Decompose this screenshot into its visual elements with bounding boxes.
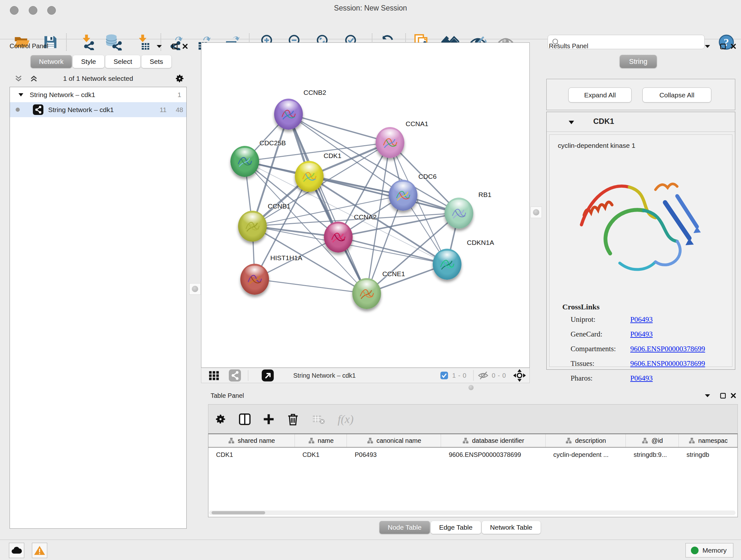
crosslink-link[interactable]: P06493 — [630, 315, 653, 324]
network-node-CCNE1[interactable] — [352, 278, 381, 309]
results-panel-float-icon[interactable] — [718, 41, 728, 52]
add-column-icon[interactable] — [262, 412, 276, 426]
protein-thumbnail-icon — [243, 216, 262, 236]
network-collection-row[interactable]: String Network – cdk1 1 — [10, 87, 186, 102]
column-header-canonical-name[interactable]: canonical name — [347, 434, 441, 447]
gene-expander-icon[interactable] — [568, 120, 575, 125]
network-edge[interactable] — [338, 237, 447, 264]
results-panel-menu-icon[interactable] — [702, 41, 713, 52]
warning-icon — [34, 545, 45, 556]
tab-edge-table[interactable]: Edge Table — [431, 521, 481, 534]
tab-select[interactable]: Select — [105, 55, 140, 68]
show-grid-icon[interactable] — [208, 368, 220, 383]
protein-thumbnail-icon — [279, 105, 298, 124]
delete-table-icon[interactable] — [312, 412, 326, 426]
import-table-icon[interactable] — [134, 33, 151, 51]
crosslink-label: GeneCard: — [570, 330, 603, 338]
network-node-CDKN1A[interactable] — [433, 249, 461, 280]
network-edge-count: 48 — [176, 102, 183, 117]
scrollbar-handle[interactable] — [212, 511, 265, 514]
table-toolbar: f(x) — [208, 404, 738, 434]
table-cell[interactable]: 9606.ENSP00000378699 — [441, 448, 546, 461]
network-row[interactable]: String Network – cdk1 11 48 — [10, 102, 186, 117]
network-node-HIST1H1A[interactable] — [240, 264, 269, 295]
crosslink-link[interactable]: P06493 — [630, 330, 653, 338]
crosslink-label: Pharos: — [570, 374, 593, 382]
selected-checkbox-icon[interactable] — [440, 368, 448, 383]
network-node-RB1[interactable] — [445, 198, 473, 229]
table-panel-float-icon[interactable] — [718, 390, 728, 401]
table-panel-close-icon[interactable] — [728, 390, 739, 401]
horizontal-splitter-handle[interactable] — [468, 385, 474, 390]
left-splitter-handle[interactable] — [189, 283, 201, 295]
column-header-shared-name[interactable]: shared name — [208, 434, 295, 447]
table-cell[interactable]: P06493 — [347, 448, 441, 461]
network-edge[interactable] — [288, 114, 390, 142]
memory-button[interactable]: Memory — [685, 543, 733, 557]
function-builder-icon[interactable]: f(x) — [334, 412, 357, 426]
network-share-icon[interactable] — [229, 368, 241, 383]
table-cell[interactable]: CDK1 — [208, 448, 295, 461]
network-node-CCNB2[interactable] — [274, 99, 303, 130]
right-splitter-handle[interactable] — [530, 206, 542, 218]
tab-node-table[interactable]: Node Table — [380, 521, 430, 534]
column-header-name[interactable]: name — [295, 434, 347, 447]
network-node-CDC6[interactable] — [389, 180, 417, 211]
network-edge[interactable] — [367, 195, 403, 294]
table-horizontal-scrollbar — [209, 510, 736, 515]
tab-sets[interactable]: Sets — [141, 55, 172, 68]
table-panel-menu-icon[interactable] — [702, 390, 713, 401]
network-node-CCNA1[interactable] — [376, 127, 404, 158]
column-header-description[interactable]: description — [546, 434, 626, 447]
show-columns-icon[interactable] — [238, 412, 252, 426]
collapse-all-button[interactable]: Collapse All — [643, 87, 711, 103]
network-node-CDK1[interactable] — [295, 161, 324, 192]
network-node-CDC25B[interactable] — [230, 146, 259, 177]
warnings-button[interactable] — [32, 543, 47, 558]
protein-thumbnail-icon — [329, 227, 348, 247]
collection-count: 1 — [178, 87, 181, 102]
table-cell[interactable]: CDK1 — [295, 448, 347, 461]
control-panel-menu-icon[interactable] — [154, 41, 165, 52]
network-list-options-gear-icon[interactable] — [175, 73, 185, 85]
column-header--id[interactable]: @id — [626, 434, 679, 447]
network-edge[interactable] — [255, 279, 367, 294]
network-view-toolbar: String Network – cdk1 1 - 0 0 - 0 — [201, 368, 530, 383]
birdseye-view-icon[interactable] — [261, 368, 274, 383]
gene-header-row[interactable]: CDK1 — [547, 112, 735, 132]
network-node-CCNA2[interactable] — [324, 222, 353, 253]
network-canvas[interactable]: CCNB2CCNA1CDC25BCDK1CDC6RB1CCNB1CCNA2CDK… — [201, 43, 530, 368]
delete-column-trash-icon[interactable] — [286, 412, 300, 426]
hidden-eye-icon[interactable] — [478, 368, 488, 383]
tab-network[interactable]: Network — [30, 55, 72, 68]
table-cell[interactable]: cyclin-dependent ... — [546, 448, 626, 461]
column-header-database-identifier[interactable]: database identifier — [441, 434, 546, 447]
gene-detail-box: cyclin-dependent kinase 1 CrossLinks Uni… — [549, 134, 732, 367]
control-panel-close-icon[interactable] — [180, 41, 191, 52]
tab-style[interactable]: Style — [73, 55, 105, 68]
crosslink-link[interactable]: P06493 — [630, 374, 653, 382]
crosslink-link[interactable]: 9606.ENSP00000378699 — [630, 345, 705, 353]
crosslink-link[interactable]: 9606.ENSP00000378699 — [630, 360, 705, 368]
control-panel-float-icon[interactable] — [169, 41, 180, 52]
selected-node-edge-count: 1 - 0 — [452, 368, 467, 383]
network-node-CCNB1[interactable] — [238, 211, 267, 242]
table-row[interactable]: CDK1CDK1P064939606.ENSP00000378699cyclin… — [208, 448, 738, 461]
expand-all-button[interactable]: Expand All — [568, 87, 631, 103]
tab-network-table[interactable]: Network Table — [482, 521, 541, 534]
import-network-icon[interactable] — [77, 33, 95, 51]
cloud-button[interactable] — [9, 543, 24, 558]
results-panel-close-icon[interactable] — [728, 41, 739, 52]
network-edge[interactable] — [288, 114, 367, 294]
collection-expander-icon[interactable] — [18, 93, 23, 97]
protein-thumbnail-icon — [357, 284, 376, 304]
fit-content-crosshair-icon[interactable] — [513, 368, 526, 383]
column-header-namespac[interactable]: namespac — [679, 434, 738, 447]
table-cell[interactable]: stringdb:9... — [626, 448, 679, 461]
tab-string[interactable]: String — [620, 55, 657, 68]
footer-separator — [473, 370, 474, 381]
crosslink-label: Tissues: — [570, 360, 595, 368]
table-cell[interactable]: stringdb — [679, 448, 738, 461]
import-network-from-database-icon[interactable] — [105, 33, 122, 51]
table-options-gear-icon[interactable] — [213, 412, 227, 426]
